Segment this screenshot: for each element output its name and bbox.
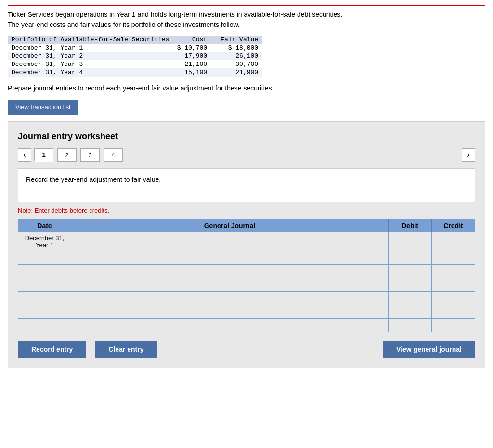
tab-1[interactable]: 1 <box>34 148 53 162</box>
debit-cell-4[interactable] <box>389 278 432 292</box>
credit-cell-5[interactable] <box>432 292 475 305</box>
credit-cell-2[interactable] <box>432 251 475 265</box>
gj-input-6[interactable] <box>71 305 388 318</box>
tab-prev-arrow[interactable]: ‹ <box>18 148 31 162</box>
clear-entry-button[interactable]: Clear entry <box>95 341 157 358</box>
record-entry-button[interactable]: Record entry <box>18 341 86 358</box>
note-text: Note: Enter debits before credits. <box>18 207 475 214</box>
credit-cell-1[interactable] <box>432 232 475 251</box>
table-row <box>18 265 475 278</box>
gj-cell-3[interactable] <box>71 265 389 278</box>
gj-cell-6[interactable] <box>71 305 389 319</box>
debit-input-2[interactable] <box>389 251 431 264</box>
intro-section: Ticker Services began operations in Year… <box>8 5 485 30</box>
gj-cell-4[interactable] <box>71 278 389 292</box>
portfolio-row1-fv: $ 18,000 <box>217 44 262 52</box>
intro-line2: The year-end costs and fair values for i… <box>8 20 485 30</box>
credit-input-3[interactable] <box>432 265 475 278</box>
debit-input-7[interactable] <box>389 319 431 332</box>
debit-input-3[interactable] <box>389 265 431 278</box>
col-date-header: Date <box>18 219 71 232</box>
gj-input-5[interactable] <box>71 292 388 305</box>
prepare-text: Prepare journal entries to record each y… <box>8 84 485 92</box>
debit-cell-3[interactable] <box>389 265 432 278</box>
col-credit-header: Credit <box>432 219 475 232</box>
table-row <box>18 319 475 332</box>
table-row <box>18 278 475 292</box>
debit-input-6[interactable] <box>389 305 431 318</box>
portfolio-col2-header: Cost <box>173 36 217 44</box>
col-debit-header: Debit <box>389 219 432 232</box>
date-cell-4 <box>18 278 71 292</box>
date-cell-6 <box>18 305 71 319</box>
date-cell-7 <box>18 319 71 332</box>
credit-cell-6[interactable] <box>432 305 475 319</box>
worksheet-container: Journal entry worksheet ‹ 1 2 3 4 › Reco… <box>8 121 485 368</box>
portfolio-row3-label: December 31, Year 3 <box>8 60 173 68</box>
tab-row: ‹ 1 2 3 4 › <box>18 148 475 162</box>
debit-cell-1[interactable] <box>389 232 432 251</box>
button-row: Record entry Clear entry View general jo… <box>18 341 475 358</box>
view-transaction-button[interactable]: View transaction list <box>8 100 78 115</box>
date-cell-2 <box>18 251 71 265</box>
credit-input-4[interactable] <box>432 278 475 291</box>
portfolio-row4-fv: 21,900 <box>217 68 262 77</box>
gj-input-7[interactable] <box>71 319 388 332</box>
gj-cell-1[interactable] <box>71 232 389 251</box>
tab-3[interactable]: 3 <box>80 148 100 162</box>
debit-cell-6[interactable] <box>389 305 432 319</box>
portfolio-row1-cost: $ 10,700 <box>173 44 217 52</box>
date-cell-1: December 31,Year 1 <box>18 232 71 251</box>
view-general-journal-button[interactable]: View general journal <box>383 341 475 358</box>
portfolio-row3-fv: 30,700 <box>217 60 262 68</box>
debit-input-4[interactable] <box>389 278 431 291</box>
table-row <box>18 251 475 265</box>
table-row <box>18 305 475 319</box>
portfolio-row4-cost: 15,100 <box>173 68 217 77</box>
debit-cell-2[interactable] <box>389 251 432 265</box>
instruction-box: Record the year-end adjustment to fair v… <box>18 168 475 202</box>
tab-2[interactable]: 2 <box>57 148 77 162</box>
debit-input-1[interactable] <box>389 232 431 251</box>
portfolio-col3-header: Fair Value <box>217 36 262 44</box>
date-cell-5 <box>18 292 71 305</box>
credit-input-1[interactable] <box>432 232 475 251</box>
gj-input-1[interactable] <box>71 232 388 251</box>
intro-line1: Ticker Services began operations in Year… <box>8 10 485 20</box>
instruction-text: Record the year-end adjustment to fair v… <box>26 176 161 183</box>
table-row <box>18 292 475 305</box>
gj-cell-5[interactable] <box>71 292 389 305</box>
credit-input-5[interactable] <box>432 292 475 305</box>
journal-table: Date General Journal Debit Credit Decemb… <box>18 219 475 332</box>
gj-input-3[interactable] <box>71 265 388 278</box>
gj-input-4[interactable] <box>71 278 388 291</box>
portfolio-row2-fv: 26,100 <box>217 52 262 60</box>
portfolio-col1-header: Portfolio of Available-for-Sale Securiti… <box>8 36 173 44</box>
date-cell-3 <box>18 265 71 278</box>
portfolio-table: Portfolio of Available-for-Sale Securiti… <box>8 36 262 77</box>
portfolio-row4-label: December 31, Year 4 <box>8 68 173 77</box>
credit-cell-7[interactable] <box>432 319 475 332</box>
debit-cell-5[interactable] <box>389 292 432 305</box>
debit-cell-7[interactable] <box>389 319 432 332</box>
credit-cell-3[interactable] <box>432 265 475 278</box>
worksheet-title: Journal entry worksheet <box>18 131 475 141</box>
credit-input-2[interactable] <box>432 251 475 264</box>
tab-4[interactable]: 4 <box>104 148 123 162</box>
debit-input-5[interactable] <box>389 292 431 305</box>
credit-input-7[interactable] <box>432 319 475 332</box>
credit-cell-4[interactable] <box>432 278 475 292</box>
col-gj-header: General Journal <box>71 219 389 232</box>
gj-input-2[interactable] <box>71 251 388 264</box>
portfolio-row2-label: December 31, Year 2 <box>8 52 173 60</box>
portfolio-row3-cost: 21,100 <box>173 60 217 68</box>
portfolio-row2-cost: 17,900 <box>173 52 217 60</box>
tab-next-arrow[interactable]: › <box>462 148 475 162</box>
credit-input-6[interactable] <box>432 305 475 318</box>
gj-cell-2[interactable] <box>71 251 389 265</box>
table-row: December 31,Year 1 <box>18 232 475 251</box>
portfolio-row1-label: December 31, Year 1 <box>8 44 173 52</box>
gj-cell-7[interactable] <box>71 319 389 332</box>
